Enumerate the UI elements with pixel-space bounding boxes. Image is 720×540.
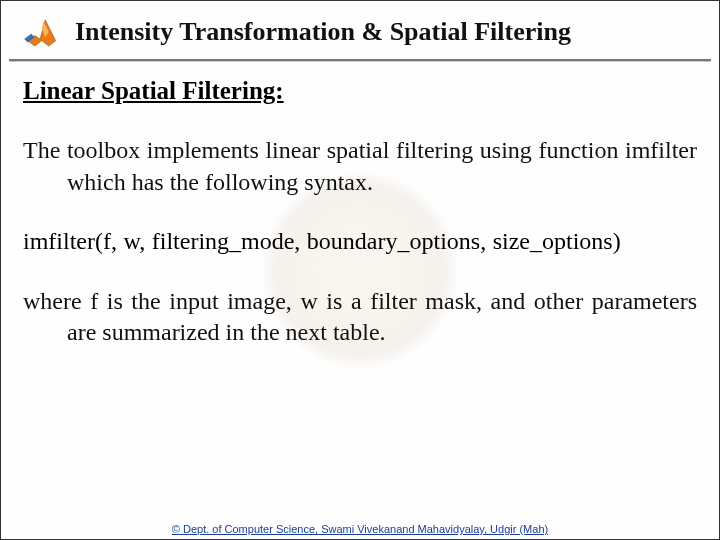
code-syntax-line: imfilter(f, w, filtering_mode, boundary_…: [23, 226, 697, 257]
slide-title: Intensity Transformation & Spatial Filte…: [75, 17, 571, 47]
section-subheading: Linear Spatial Filtering:: [23, 77, 697, 105]
slide-header: Intensity Transformation & Spatial Filte…: [1, 1, 719, 59]
matlab-logo-icon: [19, 11, 61, 53]
slide-content: Linear Spatial Filtering: The toolbox im…: [1, 61, 719, 349]
slide-footer: © Dept. of Computer Science, Swami Vivek…: [1, 523, 719, 535]
slide: Intensity Transformation & Spatial Filte…: [0, 0, 720, 540]
paragraph-intro: The toolbox implements linear spatial fi…: [23, 135, 697, 198]
paragraph-explanation: where f is the input image, w is a filte…: [23, 286, 697, 349]
